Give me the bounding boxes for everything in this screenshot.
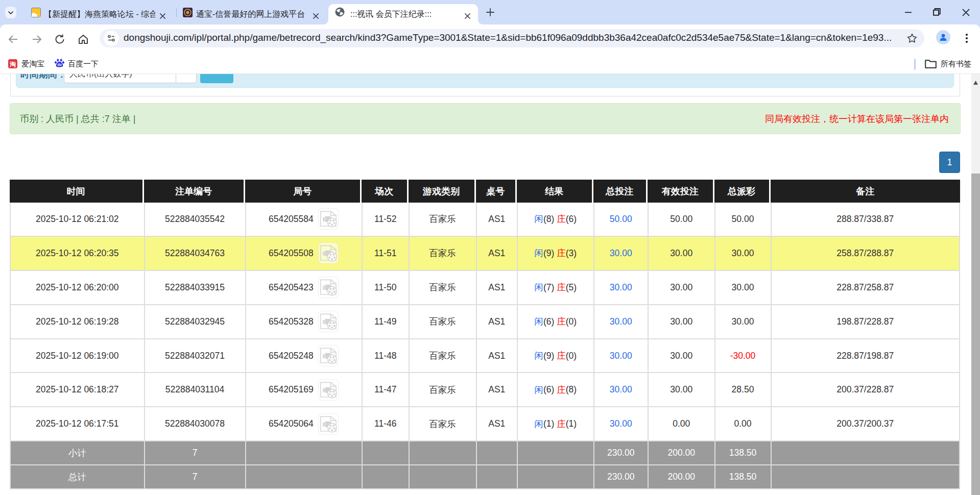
svg-text:淘: 淘 <box>9 61 16 68</box>
svg-text:du: du <box>57 63 62 67</box>
